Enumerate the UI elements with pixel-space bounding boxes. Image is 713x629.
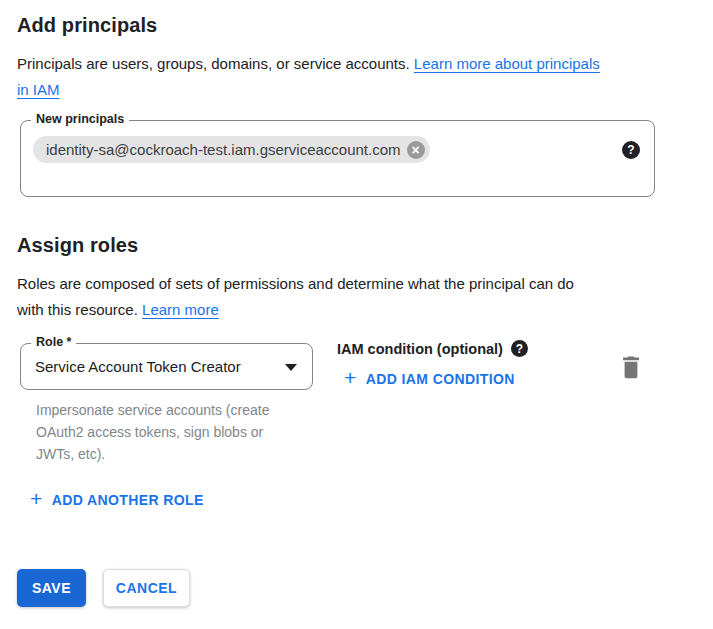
description-text: Principals are users, groups, domains, o… bbox=[17, 55, 410, 72]
role-selected-value: Service Account Token Creator bbox=[35, 344, 241, 389]
add-iam-condition-button[interactable]: + ADD IAM CONDITION bbox=[344, 368, 515, 389]
new-principals-field[interactable]: New principals identity-sa@cockroach-tes… bbox=[20, 120, 655, 197]
role-select[interactable]: Role * Service Account Token Creator bbox=[20, 343, 313, 390]
assign-roles-description: Roles are composed of sets of permission… bbox=[17, 271, 677, 323]
trash-icon bbox=[621, 355, 641, 380]
add-principals-panel: Add principals Principals are users, gro… bbox=[0, 0, 713, 629]
iam-condition-help-icon[interactable]: ? bbox=[511, 340, 528, 357]
chevron-down-icon bbox=[285, 364, 297, 371]
role-helper-text: Impersonate service accounts (create OAu… bbox=[36, 399, 298, 465]
new-principals-label: New principals bbox=[31, 112, 129, 126]
chip-remove-icon[interactable]: × bbox=[407, 141, 425, 159]
principal-chip-value: identity-sa@cockroach-test.iam.gservicea… bbox=[46, 141, 401, 158]
add-principals-description: Principals are users, groups, domains, o… bbox=[17, 51, 677, 103]
delete-role-button[interactable] bbox=[619, 353, 643, 385]
learn-more-roles-link[interactable]: Learn more bbox=[142, 301, 219, 318]
save-button[interactable]: SAVE bbox=[17, 569, 86, 607]
assign-roles-title: Assign roles bbox=[17, 234, 138, 257]
new-principals-help-icon[interactable]: ? bbox=[622, 141, 640, 159]
add-another-role-button[interactable]: + ADD ANOTHER ROLE bbox=[30, 489, 204, 510]
iam-condition-label: IAM condition (optional) ? bbox=[337, 340, 528, 357]
cancel-button[interactable]: CANCEL bbox=[103, 569, 190, 607]
principal-chip: identity-sa@cockroach-test.iam.gservicea… bbox=[33, 136, 430, 163]
plus-icon: + bbox=[344, 367, 357, 388]
plus-icon: + bbox=[30, 488, 43, 509]
add-principals-title: Add principals bbox=[17, 14, 157, 37]
